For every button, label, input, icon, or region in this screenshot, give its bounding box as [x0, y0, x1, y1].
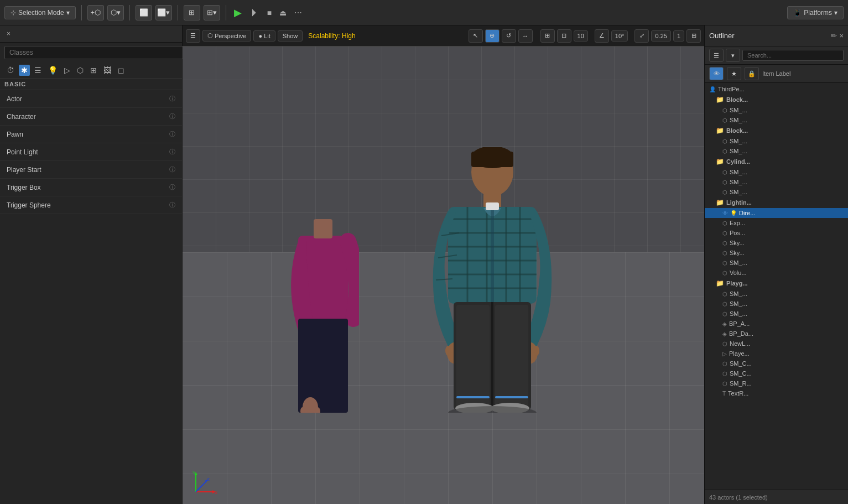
tree-item-newl[interactable]: ⬡ NewL... [705, 339, 848, 349]
tree-item-sm10[interactable]: ⬡ SM_... [705, 299, 848, 309]
tree-item-textr[interactable]: T TextR... [705, 388, 848, 398]
tree-item-smr[interactable]: ⬡ SM_R... [705, 378, 848, 388]
tree-item-sky1[interactable]: ⬡ Sky... [705, 238, 848, 248]
rotation-snap-button[interactable]: ∠ [595, 29, 609, 43]
select-tool-button[interactable]: ↖ [469, 29, 483, 43]
tree-item-sm1[interactable]: ⬡ SM_... [705, 105, 848, 115]
tree-item-sm8[interactable]: ⬡ SM_... [705, 258, 848, 268]
tree-folder-playg[interactable]: 📁 Playg... [705, 278, 848, 289]
filter-volumes-icon[interactable]: ⬡ [75, 65, 86, 76]
tree-folder-block2[interactable]: 📁 Block... [705, 125, 848, 136]
add-actor-btn2[interactable]: ⬡▾ [107, 5, 124, 20]
folder-icon: 📁 [716, 158, 724, 165]
list-item-character[interactable]: Character ⓘ [0, 108, 182, 126]
outliner-filter-button[interactable]: ☰ [709, 49, 724, 62]
lock-filter-button[interactable]: 🔒 [745, 67, 759, 80]
list-item-pawn[interactable]: Pawn ⓘ [0, 126, 182, 143]
platforms-button[interactable]: 📱 Platforms ▾ [787, 6, 844, 19]
star-filter-button[interactable]: ★ [727, 67, 741, 80]
outliner-filter-row: 👁 ★ 🔒 Item Label [705, 65, 848, 83]
outliner-close-button[interactable]: × [839, 32, 844, 40]
visibility-filter-button[interactable]: 👁 [709, 67, 724, 80]
tree-folder-block1[interactable]: 📁 Block... [705, 94, 848, 105]
list-item-trigger-sphere[interactable]: Trigger Sphere ⓘ [0, 196, 182, 214]
tree-label: Playe... [729, 350, 750, 357]
svg-text:X: X [215, 490, 218, 495]
filter-all2-icon[interactable]: ⊞ [88, 65, 99, 76]
eject-button[interactable]: ⏏ [277, 8, 289, 17]
filter-lights-icon[interactable]: 💡 [46, 65, 60, 76]
mode-btn-3[interactable]: ⊞ [184, 5, 200, 20]
filter-shapes-icon[interactable]: ▷ [62, 65, 72, 76]
tree-item-sm7[interactable]: ⬡ SM_... [705, 187, 848, 197]
filter-all-icon[interactable]: ✱ [19, 65, 30, 76]
filter-visual-icon[interactable]: 🖼 [101, 65, 113, 76]
mode-btn-2[interactable]: ⬜▾ [155, 5, 172, 20]
svg-point-29 [449, 352, 454, 362]
tree-item-sm9[interactable]: ⬡ SM_... [705, 289, 848, 299]
mode-btn-1[interactable]: ⬜ [136, 5, 152, 20]
list-item-player-start[interactable]: Player Start ⓘ [0, 161, 182, 179]
tree-item-sm2[interactable]: ⬡ SM_... [705, 115, 848, 125]
separator-3 [178, 5, 178, 20]
filter-recent-icon[interactable]: ⏱ [4, 65, 17, 76]
more-options-button[interactable]: ⋯ [292, 8, 304, 17]
filter-basic-icon[interactable]: ☰ [32, 65, 44, 76]
tree-item-smc1[interactable]: ⬡ SM_C... [705, 358, 848, 368]
tree-item-sm4[interactable]: ⬡ SM_... [705, 146, 848, 156]
tree-item-sm5[interactable]: ⬡ SM_... [705, 167, 848, 177]
add-actor-button[interactable]: +⬡ [87, 5, 104, 20]
scalability-button[interactable]: Scalability: High [305, 30, 358, 41]
rotate-tool-button[interactable]: ↺ [502, 29, 516, 43]
tree-folder-lighting[interactable]: 📁 Lightin... [705, 197, 848, 208]
outliner-tree: 👤 ThirdPe... 📁 Block... ⬡ SM_... ⬡ SM_..… [705, 83, 848, 490]
snap-button[interactable]: ⊡ [557, 29, 571, 43]
tree-item-thirdpe[interactable]: 👤 ThirdPe... [705, 84, 848, 94]
selection-mode-button[interactable]: ⊹ Selection Mode ▾ [4, 6, 76, 19]
separator-1 [81, 5, 82, 20]
grid-size-button[interactable]: 10 [574, 30, 588, 41]
pause-button[interactable]: ⏵ [247, 7, 262, 18]
grid-div-button[interactable]: 1 [673, 30, 684, 41]
tree-item-sm11[interactable]: ⬡ SM_... [705, 309, 848, 319]
tree-item-pos[interactable]: ⬡ Pos... [705, 228, 848, 238]
viewport-canvas[interactable]: X Y Z [183, 46, 704, 504]
perspective-button[interactable]: ⬡ Perspective [202, 30, 251, 41]
char-icon: 👤 [709, 86, 716, 92]
play-button[interactable]: ▶ [232, 7, 244, 19]
tree-item-volu[interactable]: ⬡ Volu... [705, 268, 848, 278]
scale-tool-button[interactable]: ↔ [518, 29, 533, 43]
tree-item-sm6[interactable]: ⬡ SM_... [705, 177, 848, 187]
outliner-search-input[interactable] [742, 50, 844, 61]
maximize-button[interactable]: ⊞ [686, 29, 701, 43]
outliner-edit-button[interactable]: ✏ [831, 32, 837, 40]
rotation-value-button[interactable]: 10° [611, 30, 628, 41]
tree-item-exp[interactable]: ⬡ Exp... [705, 218, 848, 228]
tree-item-smc2[interactable]: ⬡ SM_C... [705, 368, 848, 378]
tree-item-bpda[interactable]: ◈ BP_Da... [705, 329, 848, 339]
list-item-point-light[interactable]: Point Light ⓘ [0, 143, 182, 161]
tree-item-bpa[interactable]: ◈ BP_A... [705, 319, 848, 329]
svg-point-35 [530, 352, 536, 362]
translate-tool-button[interactable]: ⊕ [485, 29, 500, 43]
hamburger-menu-button[interactable]: ☰ [186, 29, 200, 43]
scale-snap-button[interactable]: ⤢ [634, 29, 649, 43]
tree-folder-cylind[interactable]: 📁 Cylind... [705, 156, 848, 167]
filter-code-icon[interactable]: ◻ [116, 65, 127, 76]
outliner-options-button[interactable]: ▾ [726, 49, 740, 62]
mode-btn-4[interactable]: ⊞▾ [204, 5, 220, 20]
panel-close-button[interactable]: × [4, 29, 13, 39]
lit-button[interactable]: ● Lit [253, 30, 275, 41]
tree-item-sky2[interactable]: ⬡ Sky... [705, 248, 848, 258]
stop-button[interactable]: ■ [265, 8, 274, 17]
world-grid-button[interactable]: ⊞ [540, 29, 555, 43]
tree-item-sm3[interactable]: ⬡ SM_... [705, 136, 848, 146]
list-item-actor[interactable]: Actor ⓘ [0, 90, 182, 108]
show-button[interactable]: Show [278, 30, 303, 41]
viewport-3d: X Y Z [183, 46, 704, 504]
scale-value-button[interactable]: 0.25 [651, 30, 670, 41]
tree-item-directional[interactable]: 👁 💡 Dire... [705, 208, 848, 218]
list-item-trigger-box[interactable]: Trigger Box ⓘ [0, 179, 182, 196]
tree-item-playe[interactable]: ▷ Playe... [705, 349, 848, 358]
classes-search-input[interactable] [4, 46, 186, 59]
